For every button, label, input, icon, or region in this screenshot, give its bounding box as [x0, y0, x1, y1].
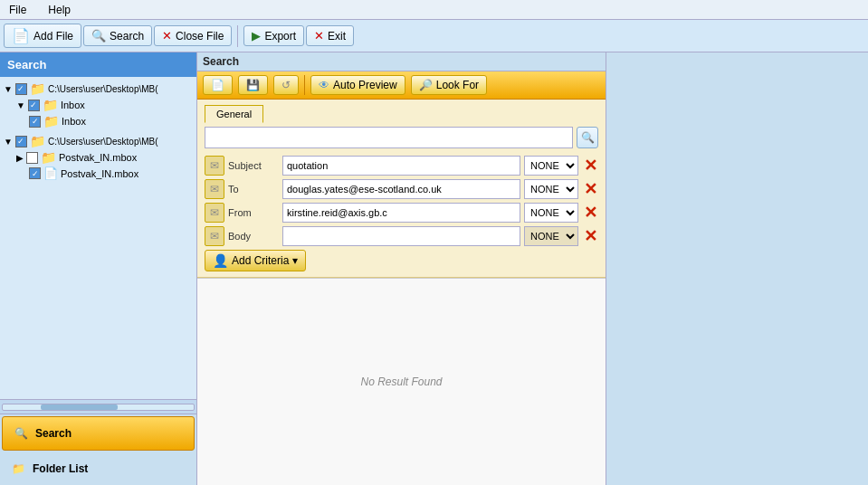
main-layout: Search ▼ ✓ 📁 C:\Users\user\Desktop\MB( ▼… [0, 52, 868, 485]
menu-file[interactable]: File [4, 2, 32, 18]
tab-bar: General [205, 105, 598, 123]
folder-icon-1: 📁 [43, 98, 58, 112]
tree-item-3[interactable]: ▼ ✓ 📁 C:\Users\user\Desktop\MB( [4, 133, 193, 149]
to-delete-button[interactable]: ✕ [582, 181, 598, 197]
search-nav-icon: 🔍 [12, 424, 30, 442]
search-input-row: 🔍 [205, 127, 598, 148]
checkbox-1[interactable]: ✓ [28, 100, 40, 111]
collapse-icon-0[interactable]: ▼ [4, 84, 13, 94]
to-icon: ✉ [205, 179, 224, 199]
tree-item-5[interactable]: ✓ 📄 Postvak_IN.mbox [4, 166, 193, 181]
add-criteria-arrow: ▾ [292, 254, 298, 267]
search-go-icon: 🔍 [581, 131, 595, 144]
sidebar-tree: ▼ ✓ 📁 C:\Users\user\Desktop\MB( ▼ ✓ 📁 In… [0, 77, 196, 399]
tree-label-3: C:\Users\user\Desktop\MB( [48, 137, 158, 147]
auto-preview-button[interactable]: 👁 Auto Preview [310, 75, 405, 95]
center-panel: Search 📄 💾 ↺ 👁 Auto Preview 🔎 Look For [197, 52, 606, 485]
body-label: Body [228, 231, 279, 242]
nav-folder-label: Folder List [33, 462, 88, 475]
subject-icon: ✉ [205, 156, 224, 176]
close-file-icon: ✕ [162, 29, 172, 43]
criteria-to: ✉ To NONE AND OR NOT ✕ [205, 179, 598, 199]
search-button[interactable]: 🔍 Search [83, 25, 152, 46]
checkbox-4[interactable] [26, 152, 38, 164]
no-result-text: No Result Found [360, 376, 442, 388]
from-label: From [228, 207, 279, 218]
add-file-button[interactable]: 📄 Add File [4, 24, 81, 48]
search-content: General 🔍 ✉ Subject NONE AND OR NOT [197, 100, 606, 278]
auto-preview-icon: 👁 [319, 79, 329, 91]
export-icon: ▶ [252, 29, 261, 43]
exit-icon: ✕ [314, 29, 324, 43]
toolbar-sep [304, 75, 305, 95]
bottom-nav: 🔍 Search 📁 Folder List [0, 414, 196, 485]
tree-label-0: C:\Users\user\Desktop\MB( [48, 84, 158, 94]
add-criteria-icon: 👤 [213, 253, 228, 268]
add-criteria-button[interactable]: 👤 Add Criteria ▾ [205, 250, 306, 271]
detail-panel [606, 52, 868, 485]
to-select[interactable]: NONE AND OR NOT [524, 179, 578, 199]
tree-label-5: Postvak_IN.mbox [61, 168, 138, 179]
tree-item-0[interactable]: ▼ ✓ 📁 C:\Users\user\Desktop\MB( [4, 81, 193, 97]
checkbox-3[interactable]: ✓ [15, 136, 27, 147]
criteria-body: ✉ Body NONE AND OR NOT ✕ [205, 226, 598, 246]
from-icon: ✉ [205, 203, 224, 223]
checkbox-5[interactable]: ✓ [29, 167, 41, 179]
criteria-from: ✉ From NONE AND OR NOT ✕ [205, 203, 598, 223]
from-select[interactable]: NONE AND OR NOT [524, 203, 578, 223]
folder-icon-2: 📁 [43, 114, 59, 128]
folder-nav-icon: 📁 [9, 460, 27, 478]
from-delete-button[interactable]: ✕ [582, 204, 598, 221]
menu-help[interactable]: Help [43, 2, 76, 18]
file-icon-5: 📄 [43, 166, 58, 180]
search-text-input[interactable] [205, 127, 573, 148]
tab-general[interactable]: General [205, 105, 263, 123]
folder-icon-3: 📁 [30, 134, 45, 148]
sidebar: Search ▼ ✓ 📁 C:\Users\user\Desktop\MB( ▼… [0, 52, 197, 485]
folder-icon-0: 📁 [30, 81, 45, 96]
new-search-button[interactable]: 📄 [203, 75, 233, 95]
folder-icon-4: 📁 [41, 150, 56, 165]
subject-input[interactable] [282, 156, 520, 176]
search-icon: 🔍 [91, 29, 106, 43]
tree-label-2: Inbox [62, 116, 86, 127]
sidebar-title: Search [0, 52, 196, 77]
to-input[interactable] [282, 179, 520, 199]
search-go-button[interactable]: 🔍 [577, 127, 598, 148]
nav-folder-list[interactable]: 📁 Folder List [0, 452, 196, 485]
save-button[interactable]: 💾 [238, 75, 268, 95]
collapse-icon-1[interactable]: ▼ [16, 100, 25, 110]
results-area: No Result Found [197, 278, 606, 485]
horizontal-scrollbar[interactable] [0, 399, 196, 414]
close-file-button[interactable]: ✕ Close File [154, 25, 232, 46]
nav-search-label: Search [35, 427, 72, 440]
new-search-icon: 📄 [211, 79, 224, 91]
search-panel-header-bar: Search [197, 52, 606, 71]
export-button[interactable]: ▶ Export [243, 25, 304, 46]
tree-label-4: Postvak_IN.mbox [59, 152, 137, 163]
collapse-icon-4[interactable]: ▶ [16, 153, 24, 163]
body-delete-button[interactable]: ✕ [582, 228, 598, 244]
tree-item-2[interactable]: ✓ 📁 Inbox [4, 113, 193, 129]
refresh-button[interactable]: ↺ [273, 75, 299, 95]
body-icon: ✉ [205, 226, 224, 246]
body-input[interactable] [282, 226, 520, 246]
search-panel-title: Search [203, 55, 239, 68]
look-for-button[interactable]: 🔎 Look For [411, 75, 487, 95]
collapse-icon-3[interactable]: ▼ [4, 137, 13, 147]
checkbox-2[interactable]: ✓ [29, 116, 41, 128]
from-input[interactable] [282, 203, 520, 223]
exit-button[interactable]: ✕ Exit [306, 25, 354, 46]
tree-item-4[interactable]: ▶ 📁 Postvak_IN.mbox [4, 149, 193, 166]
save-icon: 💾 [246, 79, 260, 91]
subject-delete-button[interactable]: ✕ [582, 157, 598, 174]
separator [237, 25, 238, 47]
checkbox-0[interactable]: ✓ [15, 83, 27, 95]
to-label: To [228, 184, 279, 195]
tree-item-1[interactable]: ▼ ✓ 📁 Inbox [4, 97, 193, 113]
nav-search[interactable]: 🔍 Search [2, 416, 195, 451]
menu-bar: File Help [0, 0, 868, 20]
add-file-icon: 📄 [12, 27, 30, 44]
body-select[interactable]: NONE AND OR NOT [524, 226, 578, 246]
subject-select[interactable]: NONE AND OR NOT [524, 156, 578, 176]
